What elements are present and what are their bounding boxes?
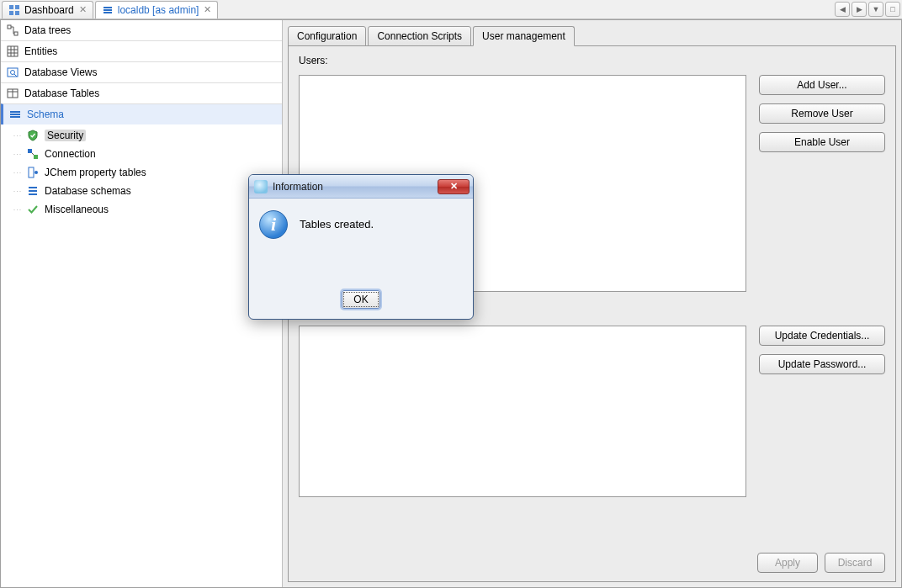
schema-icon	[8, 108, 22, 121]
tab-localdb-label: localdb [as admin]	[118, 4, 199, 16]
close-icon[interactable]: ✕	[204, 4, 211, 15]
sidebar-item-label: Entities	[24, 45, 57, 57]
tab-connection-scripts[interactable]: Connection Scripts	[368, 26, 471, 46]
database-icon	[102, 4, 114, 16]
tree-item-database-schemas[interactable]: ··· Database schemas	[9, 182, 282, 200]
svg-rect-24	[34, 155, 38, 159]
dashboard-icon	[8, 4, 20, 16]
dialog-footer: OK	[249, 290, 473, 309]
tree-branch-icon: ···	[9, 168, 26, 177]
tab-user-management[interactable]: User management	[473, 26, 575, 46]
update-credentials-button[interactable]: Update Credentials...	[759, 326, 885, 346]
apply-button[interactable]: Apply	[757, 553, 818, 573]
close-icon[interactable]: ✕	[79, 4, 87, 15]
app-icon	[254, 180, 268, 193]
dialog-titlebar[interactable]: Information ✕	[249, 175, 473, 199]
tab-configuration[interactable]: Configuration	[288, 26, 366, 46]
svg-rect-9	[8, 46, 18, 56]
info-icon: i	[259, 210, 288, 239]
check-icon	[26, 203, 40, 216]
dialog-message: Tables created.	[300, 210, 374, 230]
scroll-right-button[interactable]: ▶	[852, 2, 867, 17]
sidebar-item-schema[interactable]: Schema	[1, 103, 282, 124]
schemas-icon	[26, 184, 40, 198]
connection-icon	[26, 147, 40, 161]
tree-branch-icon: ···	[9, 131, 26, 140]
tab-label: Configuration	[297, 30, 357, 42]
svg-rect-5	[103, 9, 112, 11]
tab-localdb[interactable]: localdb [as admin] ✕	[95, 1, 219, 19]
tab-label: User management	[482, 30, 565, 42]
svg-point-27	[34, 171, 38, 174]
svg-rect-22	[10, 116, 20, 118]
tree-item-connection[interactable]: ··· Connection	[9, 145, 282, 163]
svg-rect-3	[15, 11, 19, 15]
tree-item-label: Security	[45, 130, 86, 141]
svg-rect-23	[28, 149, 32, 153]
sidebar-item-data-trees[interactable]: Data trees	[1, 20, 282, 40]
ok-button[interactable]: OK	[342, 290, 380, 309]
bottom-buttons: Apply Discard	[757, 553, 885, 573]
tree-item-label: Database schemas	[45, 185, 131, 197]
user-buttons-column: Add User... Remove User Enable User	[759, 75, 885, 152]
inner-tab-bar: Configuration Connection Scripts User ma…	[288, 25, 896, 45]
svg-rect-30	[29, 193, 37, 195]
tree-item-jchem[interactable]: ··· JChem property tables	[9, 163, 282, 182]
tab-label: Connection Scripts	[377, 30, 462, 42]
svg-rect-28	[29, 187, 37, 188]
svg-line-25	[32, 153, 34, 155]
users-label: Users:	[299, 55, 885, 66]
tree-item-label: Connection	[45, 148, 96, 160]
credentials-buttons-column: Update Credentials... Update Password...	[759, 326, 885, 374]
dialog-body: i Tables created.	[249, 199, 473, 244]
maximize-button[interactable]: □	[885, 2, 900, 17]
add-user-button[interactable]: Add User...	[759, 75, 885, 95]
user-details-box[interactable]	[299, 326, 746, 497]
shield-icon	[26, 129, 40, 142]
sidebar-item-entities[interactable]: Entities	[1, 40, 282, 61]
schema-tree: ··· Security ··· Connection ··· JChem pr…	[1, 124, 282, 220]
sidebar-item-label: Database Tables	[24, 87, 99, 99]
information-dialog: Information ✕ i Tables created. OK	[248, 174, 474, 320]
svg-point-15	[11, 71, 15, 75]
tree-item-label: Miscellaneous	[45, 204, 109, 215]
svg-rect-6	[103, 12, 112, 13]
tab-dashboard[interactable]: Dashboard ✕	[2, 1, 93, 19]
grid-icon	[6, 45, 19, 58]
tree-icon	[6, 24, 19, 37]
sidebar-item-label: Database Views	[24, 66, 98, 78]
svg-rect-29	[29, 190, 37, 192]
views-icon	[6, 66, 19, 79]
svg-rect-1	[15, 5, 19, 9]
top-right-controls: ◀ ▶ ▼ □	[833, 2, 900, 17]
scroll-left-button[interactable]: ◀	[835, 2, 850, 17]
svg-rect-8	[14, 32, 18, 35]
enable-user-button[interactable]: Enable User	[759, 132, 885, 152]
dropdown-button[interactable]: ▼	[868, 2, 883, 17]
sidebar-item-database-tables[interactable]: Database Tables	[1, 82, 282, 103]
tree-item-miscellaneous[interactable]: ··· Miscellaneous	[9, 200, 282, 219]
update-password-button[interactable]: Update Password...	[759, 354, 885, 374]
svg-rect-20	[10, 111, 20, 113]
dialog-title-text: Information	[273, 181, 323, 193]
svg-rect-2	[9, 11, 13, 15]
tree-branch-icon: ···	[9, 205, 26, 214]
properties-icon	[26, 166, 40, 179]
close-button[interactable]: ✕	[438, 179, 470, 194]
svg-rect-26	[29, 167, 34, 177]
tree-branch-icon: ···	[9, 150, 26, 158]
sidebar-item-label: Schema	[27, 109, 64, 120]
svg-rect-7	[8, 25, 11, 29]
discard-button[interactable]: Discard	[825, 553, 885, 573]
tree-item-security[interactable]: ··· Security	[9, 126, 282, 145]
svg-rect-21	[10, 114, 20, 115]
tree-item-label: JChem property tables	[45, 167, 146, 178]
sidebar-item-label: Data trees	[24, 24, 71, 36]
svg-rect-0	[9, 5, 13, 9]
sidebar: Data trees Entities Database Views Datab…	[1, 20, 283, 587]
svg-rect-4	[103, 7, 112, 8]
remove-user-button[interactable]: Remove User	[759, 103, 885, 124]
editor-tab-bar: Dashboard ✕ localdb [as admin] ✕ ◀ ▶ ▼ □	[0, 0, 902, 19]
tree-branch-icon: ···	[9, 187, 26, 195]
sidebar-item-database-views[interactable]: Database Views	[1, 61, 282, 82]
